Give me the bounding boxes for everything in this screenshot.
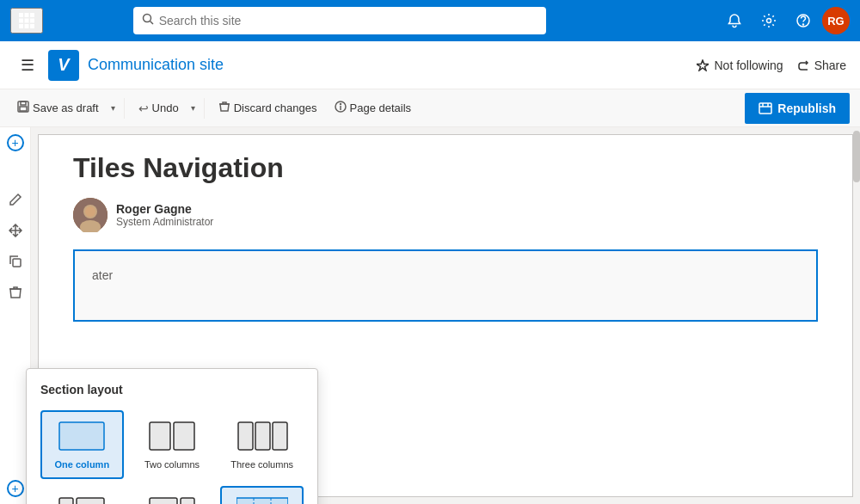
author-info: Roger Gagne System Administrator <box>116 202 213 228</box>
svg-point-13 <box>802 24 803 25</box>
save-draft-button[interactable]: Save as draft <box>10 95 106 122</box>
page-section: ater <box>73 249 818 322</box>
svg-rect-1 <box>25 13 29 17</box>
section-inner: ater <box>75 251 816 320</box>
not-following-label: Not following <box>714 58 783 72</box>
svg-rect-16 <box>21 101 26 105</box>
svg-rect-2 <box>30 13 34 17</box>
layout-one-third-left[interactable]: One-third left column <box>40 486 124 504</box>
later-text: ater <box>75 251 816 299</box>
svg-rect-0 <box>19 13 23 17</box>
svg-marker-14 <box>697 60 709 71</box>
author-row: Roger Gagne System Administrator <box>73 198 818 232</box>
svg-point-11 <box>766 19 771 23</box>
svg-rect-40 <box>150 498 177 504</box>
site-title: Communication site <box>88 56 224 74</box>
share-label: Share <box>814 58 846 72</box>
svg-rect-4 <box>25 19 29 23</box>
edit-tool-button[interactable] <box>2 186 29 213</box>
site-header-right: Not following Share <box>697 58 846 72</box>
author-role: System Administrator <box>116 216 213 228</box>
svg-point-31 <box>85 206 95 217</box>
undo-button[interactable]: ↩ Undo <box>132 95 186 122</box>
three-columns-label: Three columns <box>230 458 293 470</box>
svg-point-21 <box>340 104 341 105</box>
duplicate-tool-button[interactable] <box>2 248 29 275</box>
save-icon <box>17 101 29 115</box>
nav-right: RG <box>719 5 850 36</box>
section-layout-popup: Section layout One column <box>26 368 318 504</box>
separator-2 <box>204 98 205 119</box>
save-draft-label: Save as draft <box>33 101 99 114</box>
discard-label: Discard changes <box>234 101 317 114</box>
main-area: + + Tiles Navigati <box>0 127 860 504</box>
svg-rect-36 <box>255 422 270 450</box>
svg-rect-41 <box>181 498 194 504</box>
svg-rect-34 <box>174 422 194 450</box>
republish-label: Republish <box>777 101 836 115</box>
one-column-icon <box>56 419 108 453</box>
layout-one-third-right[interactable]: One-third right column <box>131 486 214 504</box>
svg-rect-38 <box>59 498 73 504</box>
page-details-button[interactable]: Page details <box>328 95 419 122</box>
svg-point-9 <box>143 15 150 22</box>
scrollbar-thumb[interactable] <box>853 131 860 182</box>
svg-rect-17 <box>20 107 27 111</box>
author-avatar <box>73 198 108 232</box>
page-title: Tiles Navigation <box>73 152 818 184</box>
discard-icon <box>218 101 230 115</box>
three-columns-icon <box>236 419 288 453</box>
site-logo: V <box>48 50 79 81</box>
one-column-label: One column <box>55 458 110 470</box>
waffle-button[interactable] <box>10 8 43 34</box>
move-tool-button[interactable] <box>2 217 29 244</box>
add-section-top-button[interactable]: + <box>7 134 24 151</box>
svg-rect-7 <box>25 24 29 28</box>
share-button[interactable]: Share <box>797 58 846 72</box>
top-nav: RG <box>0 0 860 41</box>
svg-rect-3 <box>19 19 23 23</box>
layout-full-width[interactable]: Full-width section <box>220 486 304 504</box>
svg-rect-22 <box>759 103 771 114</box>
svg-rect-32 <box>59 422 104 450</box>
discard-button[interactable]: Discard changes <box>212 95 324 122</box>
layout-two-columns[interactable]: Two columns <box>131 410 214 479</box>
notifications-button[interactable] <box>719 5 750 36</box>
republish-button[interactable]: Republish <box>745 93 850 124</box>
svg-rect-42 <box>236 498 288 504</box>
one-third-right-icon <box>146 495 198 504</box>
not-following-button[interactable]: Not following <box>697 58 783 72</box>
undo-dropdown[interactable]: ▾ <box>189 95 197 122</box>
svg-rect-33 <box>150 422 170 450</box>
layout-one-column[interactable]: One column <box>40 410 124 479</box>
author-name: Roger Gagne <box>116 202 213 216</box>
avatar[interactable]: RG <box>822 7 850 34</box>
page-details-icon <box>335 101 347 115</box>
svg-rect-35 <box>238 422 253 450</box>
two-columns-icon <box>146 419 198 453</box>
svg-rect-6 <box>19 24 23 28</box>
add-section-bottom-button[interactable]: + <box>7 480 24 497</box>
layout-three-columns[interactable]: Three columns <box>220 410 304 479</box>
svg-rect-5 <box>30 19 34 23</box>
save-draft-dropdown[interactable]: ▾ <box>109 95 117 122</box>
popup-title: Section layout <box>40 383 304 396</box>
site-header: ☰ V Communication site Not following Sha… <box>0 41 860 89</box>
svg-rect-26 <box>13 259 21 267</box>
svg-line-10 <box>150 22 153 25</box>
hamburger-button[interactable]: ☰ <box>14 52 41 78</box>
search-bar[interactable] <box>133 7 546 34</box>
svg-rect-8 <box>30 24 34 28</box>
search-input[interactable] <box>159 14 538 28</box>
separator-1 <box>124 98 125 119</box>
one-third-left-icon <box>56 495 108 504</box>
help-button[interactable] <box>788 5 819 36</box>
toolbar: Save as draft ▾ ↩ Undo ▾ Discard changes… <box>0 89 860 127</box>
delete-tool-button[interactable] <box>2 279 29 306</box>
full-width-icon <box>236 495 288 504</box>
svg-rect-37 <box>273 422 287 450</box>
settings-button[interactable] <box>753 5 784 36</box>
layout-grid: One column Two columns <box>40 410 304 504</box>
page-details-label: Page details <box>350 101 412 114</box>
scrollbar-track[interactable] <box>853 127 860 504</box>
